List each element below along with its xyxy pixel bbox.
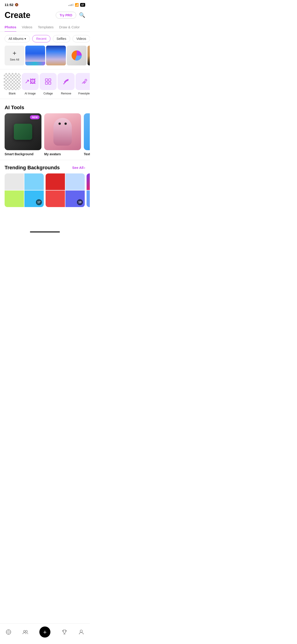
header-actions: Try PRO 🔍 (56, 12, 85, 19)
tab-draw-color[interactable]: Draw & Color (59, 23, 80, 32)
photo-thumb-3[interactable] (67, 46, 86, 66)
tool-ai-image-label: AI Image (25, 92, 36, 95)
trending-header: Trending Backgrounds See All › (0, 164, 90, 174)
ai-image-icon-box: ↗🖼 (22, 73, 39, 90)
photo-thumb-spotlight[interactable]: Spotlight (88, 46, 90, 66)
header: Create Try PRO 🔍 (0, 8, 90, 23)
tool-blank-label: Blank (9, 92, 16, 95)
divider-2 (0, 99, 90, 99)
freestyle-icon (80, 78, 88, 85)
avatars-label: My avatars (44, 152, 61, 156)
remove-icon-box (58, 73, 74, 90)
page-title: Create (4, 10, 30, 20)
divider-3 (0, 160, 90, 160)
pill-selfies[interactable]: Selfies (53, 35, 70, 42)
freestyle-icon-box (76, 73, 90, 90)
wifi-icon: 📶 (75, 3, 79, 7)
ai-tools-section: AI Tools NEW Smart Background (0, 103, 90, 156)
trending-section: Trending Backgrounds See All › 17 10 (0, 164, 90, 207)
svg-point-6 (85, 79, 87, 81)
try-pro-button[interactable]: Try PRO (56, 12, 76, 19)
new-badge: NEW (30, 115, 40, 119)
photo-thumb-1[interactable] (25, 46, 45, 66)
plus-icon: + (13, 50, 16, 57)
tool-remove[interactable]: Remove (58, 73, 74, 95)
search-icon[interactable]: 🔍 (79, 12, 85, 18)
cluster-1-count: 17 (36, 199, 42, 205)
home-indicator (30, 232, 60, 232)
photo-thumb-2[interactable] (46, 46, 66, 66)
text-to-image-label: Text to image (84, 152, 90, 156)
status-icons: 📶 47 (68, 3, 85, 7)
ai-tools-title: AI Tools (0, 103, 90, 113)
tab-videos[interactable]: Videos (22, 23, 32, 32)
filter-pills: All Albums ▾ Recent Selfies Videos Pi (0, 32, 90, 46)
pill-videos[interactable]: Videos (72, 35, 90, 42)
smart-bg-image: NEW (4, 113, 42, 150)
remove-icon (62, 78, 70, 85)
ai-card-smart-bg[interactable]: NEW Smart Background (4, 113, 42, 156)
see-all-label: See All (10, 58, 19, 61)
battery-indicator: 47 (80, 3, 85, 7)
smart-bg-label: Smart Background (4, 152, 34, 156)
tool-freestyle-label: Freestyle (78, 92, 90, 95)
tool-ai-image[interactable]: ↗🖼 AI Image (22, 73, 39, 95)
tab-photos[interactable]: Photos (4, 23, 16, 32)
tools-row: Blank ↗🖼 AI Image Collage (0, 73, 90, 95)
status-time: 11:52 🔕 (4, 3, 18, 7)
trending-title: Trending Backgrounds (4, 165, 60, 171)
ai-tools-row: NEW Smart Background My avatars (0, 113, 90, 156)
ai-card-avatars[interactable]: My avatars (44, 113, 81, 156)
svg-rect-0 (45, 79, 48, 81)
tab-bar: Photos Videos Templates Draw & Color (0, 23, 90, 32)
tool-collage[interactable]: Collage (40, 73, 57, 95)
tool-freestyle[interactable]: Freestyle (76, 73, 90, 95)
svg-rect-1 (48, 79, 51, 81)
photo-row: + See All Spotlight (0, 46, 90, 66)
svg-rect-3 (48, 82, 51, 84)
pill-recent[interactable]: Recent (32, 35, 50, 42)
tool-collage-label: Collage (44, 92, 53, 95)
svg-point-5 (63, 84, 64, 84)
avatars-image (44, 113, 81, 150)
nav-spacer (0, 207, 90, 230)
cluster-2-count: 10 (77, 199, 83, 205)
tool-blank[interactable]: Blank (4, 73, 21, 95)
logo-circle (72, 50, 82, 60)
tool-remove-label: Remove (61, 92, 71, 95)
collage-icon-box (40, 73, 57, 90)
trend-cluster-1[interactable]: 17 (4, 174, 44, 207)
trend-cluster-2[interactable]: 10 (46, 174, 85, 207)
ai-image-icon: ↗🖼 (25, 78, 36, 85)
bell-muted-icon: 🔕 (15, 3, 18, 6)
ai-card-text-to-image[interactable]: Petals CLEANSING BALM Text to image (84, 113, 90, 156)
trend-cluster-3[interactable]: 12 (86, 174, 90, 207)
text-to-image-img: Petals CLEANSING BALM (84, 113, 90, 150)
blank-icon (4, 73, 21, 90)
collage-icon (44, 78, 52, 85)
see-all-tile[interactable]: + See All (4, 46, 24, 66)
svg-rect-2 (45, 82, 48, 84)
pill-all-albums[interactable]: All Albums ▾ (4, 35, 30, 42)
tab-templates[interactable]: Templates (38, 23, 54, 32)
status-bar: 11:52 🔕 📶 47 (0, 0, 90, 8)
divider-1 (0, 69, 90, 69)
trending-grid: 17 10 12 (0, 174, 90, 207)
see-all-trending-link[interactable]: See All › (72, 166, 85, 170)
time-display: 11:52 (4, 3, 13, 7)
signal-icon (68, 4, 74, 6)
